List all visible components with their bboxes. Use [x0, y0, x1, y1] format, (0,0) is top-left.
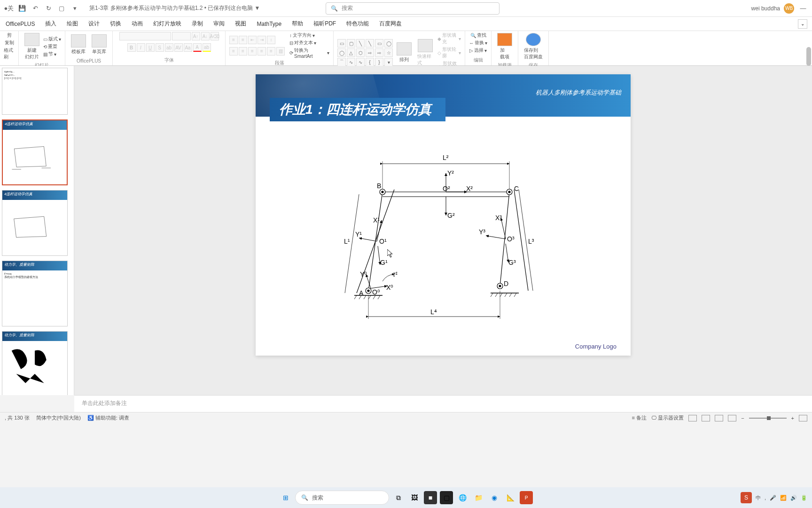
tab-insert[interactable]: 插入: [44, 18, 57, 30]
normal-view-button[interactable]: [688, 415, 697, 421]
spacing-button[interactable]: AV: [174, 43, 183, 52]
select-button[interactable]: ▷ 选择 ▾: [469, 47, 487, 54]
notes-toggle[interactable]: ≡ 备注: [632, 414, 647, 421]
font-color-button[interactable]: A: [193, 43, 202, 52]
ime-mode[interactable]: 中: [756, 494, 761, 501]
tray-battery-icon[interactable]: 🔋: [801, 495, 807, 501]
taskbar-app-1[interactable]: 🖼: [408, 491, 421, 504]
tab-slideshow[interactable]: 幻灯片放映: [152, 18, 182, 30]
thumbnail-panel[interactable]: c₁a+c₂...c₃c₄+c₅...[▭] = [▭]·[▭] 4连杆运动学仿…: [0, 66, 74, 395]
bullets-button[interactable]: ≡: [229, 36, 238, 44]
slideshow-view-button[interactable]: [728, 415, 736, 421]
quick-style-button[interactable]: 快速样式: [415, 38, 436, 67]
format-painter-button[interactable]: 格式刷: [4, 47, 15, 60]
user-avatar[interactable]: WB: [784, 3, 794, 14]
taskbar-app-6[interactable]: ◉: [488, 491, 501, 504]
zoom-out-button[interactable]: −: [741, 415, 744, 421]
tab-mathtype[interactable]: MathType: [256, 19, 282, 29]
tab-foxitpdf[interactable]: 福昕PDF: [312, 18, 337, 30]
shapes-gallery[interactable]: ▭▢╲╲▭◯ ◯△⬡⇨⇨☆ ⌒∿∿{}▾: [337, 39, 393, 66]
task-view-button[interactable]: ⧉: [392, 491, 405, 504]
taskbar-app-matlab[interactable]: 📐: [504, 491, 517, 504]
find-button[interactable]: 🔍 查找: [470, 32, 486, 39]
display-settings-button[interactable]: 🖵 显示器设置: [651, 414, 684, 421]
single-page-button[interactable]: 单页库: [90, 33, 109, 56]
underline-button[interactable]: U: [146, 43, 155, 52]
tab-draw[interactable]: 绘图: [66, 18, 79, 30]
cut-button[interactable]: 剪: [7, 32, 12, 39]
shape-fill-button[interactable]: ◆ 形状填充 ▾: [437, 32, 461, 45]
addins-button[interactable]: 加 载项: [495, 32, 514, 61]
template-lib-button[interactable]: 模板库: [69, 33, 88, 56]
taskbar-app-5[interactable]: 📁: [472, 491, 485, 504]
align-text-button[interactable]: ⊟ 对齐文本 ▾: [289, 40, 329, 46]
qat-more-icon[interactable]: ▾: [70, 3, 80, 14]
indent-dec-button[interactable]: ⇤: [248, 36, 257, 44]
justify-button[interactable]: ≡: [258, 47, 266, 56]
line-spacing-button[interactable]: ↕: [267, 36, 275, 44]
font-family-select[interactable]: [119, 32, 171, 40]
reading-view-button[interactable]: [715, 415, 723, 421]
current-slide[interactable]: 机器人多刚体参考系运动学基础 作业1：四连杆运动学仿真: [256, 74, 631, 356]
redo-icon[interactable]: ↻: [43, 3, 54, 14]
tab-view[interactable]: 视图: [234, 18, 247, 30]
thumbnail-slide[interactable]: 动力学、质量矩阵 F=ma系统动力学模型的建模方法: [2, 261, 68, 326]
clear-format-button[interactable]: A⌫: [211, 32, 219, 40]
save-baidu-button[interactable]: 保存到 百度网盘: [522, 32, 545, 61]
undo-icon[interactable]: ↶: [30, 3, 40, 14]
taskbar-app-4[interactable]: 🌐: [456, 491, 469, 504]
thumbnail-slide[interactable]: 动力学、质量矩阵: [2, 331, 68, 395]
zoom-slider[interactable]: [749, 418, 787, 419]
search-input[interactable]: 🔍 搜索: [326, 2, 500, 15]
notes-pane[interactable]: 单击此处添加备注: [74, 395, 812, 412]
tray-mic-icon[interactable]: 🎤: [770, 495, 776, 501]
tray-volume-icon[interactable]: 🔊: [790, 495, 797, 501]
decrease-font-button[interactable]: A↓: [201, 32, 210, 40]
accessibility-status[interactable]: ♿ 辅助功能: 调查: [87, 414, 129, 421]
section-button[interactable]: ▤ 节 ▾: [43, 51, 61, 57]
text-direction-button[interactable]: ↕ 文字方向 ▾: [289, 32, 329, 39]
indent-inc-button[interactable]: ⇥: [258, 36, 266, 44]
slide-count[interactable]: , 共 130 张: [5, 414, 30, 421]
autosave-toggle[interactable]: ●关: [4, 3, 14, 14]
case-button[interactable]: Aa: [184, 43, 192, 52]
taskbar-search[interactable]: 🔍 搜索: [295, 491, 389, 505]
sorter-view-button[interactable]: [702, 415, 710, 421]
fit-window-button[interactable]: [799, 415, 807, 421]
save-icon[interactable]: 💾: [17, 3, 27, 14]
layout-button[interactable]: ▭ 版式 ▾: [43, 36, 61, 42]
tab-features[interactable]: 特色功能: [345, 18, 370, 30]
tab-help[interactable]: 帮助: [291, 18, 304, 30]
zoom-in-button[interactable]: +: [791, 415, 794, 421]
strike-button[interactable]: S: [156, 43, 164, 52]
thumbnail-slide-selected[interactable]: 4连杆运动学仿真: [2, 119, 68, 185]
arrange-button[interactable]: 排列: [395, 41, 414, 64]
tab-review[interactable]: 审阅: [212, 18, 226, 30]
taskbar-app-2[interactable]: ■: [424, 491, 437, 504]
italic-button[interactable]: I: [137, 43, 145, 52]
tab-record[interactable]: 录制: [191, 18, 204, 30]
tab-baidu[interactable]: 百度网盘: [378, 18, 403, 30]
start-button[interactable]: ⊞: [279, 491, 292, 504]
ribbon-collapse-button[interactable]: ⌄: [798, 19, 807, 29]
document-title[interactable]: 第1-3章 多刚体参考系运动学与动力学基础1.2 • 已保存到这台电脑 ▼: [89, 4, 260, 12]
user-name[interactable]: wei buddha: [751, 5, 780, 12]
smartart-button[interactable]: ⟳ 转换为 SmartArt ▾: [289, 47, 329, 59]
numbering-button[interactable]: ≡: [239, 36, 247, 44]
shape-outline-button[interactable]: ◇ 形状轮廓 ▾: [437, 46, 461, 59]
highlight-button[interactable]: ab: [203, 43, 211, 52]
new-slide-button[interactable]: 新建 幻灯片: [23, 32, 41, 61]
copy-button[interactable]: 复制: [5, 40, 14, 46]
replace-button[interactable]: ↔ 替换 ▾: [469, 40, 487, 46]
thumbnail-slide[interactable]: 4连杆运动学仿真: [2, 190, 68, 256]
tab-animations[interactable]: 动画: [131, 18, 144, 30]
columns-button[interactable]: ▥: [276, 47, 285, 56]
font-size-select[interactable]: [172, 32, 191, 40]
tab-officeplus[interactable]: OfficePLUS: [5, 19, 36, 29]
slideshow-icon[interactable]: ▢: [56, 3, 67, 14]
language-status[interactable]: 简体中文(中国大陆): [36, 414, 81, 421]
tray-wifi-icon[interactable]: 📶: [780, 495, 787, 501]
thumbnail-slide[interactable]: c₁a+c₂...c₃c₄+c₅...[▭] = [▭]·[▭]: [2, 68, 68, 115]
distribute-button[interactable]: ≡: [267, 47, 275, 56]
ime-indicator[interactable]: S: [741, 492, 752, 503]
